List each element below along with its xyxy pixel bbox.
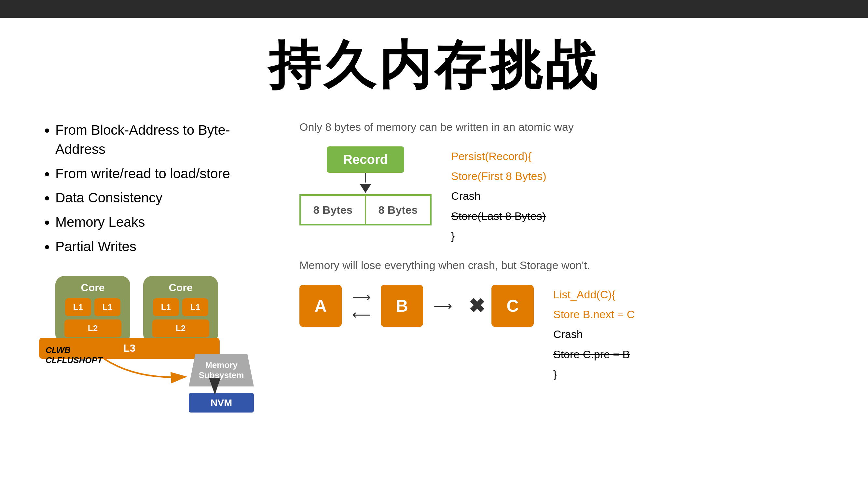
- right-panel: Only 8 bytes of memory can be written in…: [267, 121, 829, 413]
- top-bar: [0, 0, 868, 18]
- bullet-4: Memory Leaks: [55, 213, 267, 232]
- arrow-right-bc: ⟶: [434, 298, 452, 313]
- code1-line4: Store(Last 8 Bytes): [451, 206, 547, 226]
- record-code: Persist(Record){ Store(First 8 Bytes) Cr…: [451, 147, 547, 246]
- list-code: List_Add(C){ Store B.next = C Crash Stor…: [553, 285, 634, 384]
- arrows-bc: ⟶: [423, 298, 462, 313]
- nvm-box: NVM: [189, 393, 254, 413]
- bullet-3: Data Consistency: [55, 188, 267, 207]
- l2-cache-1: L2: [64, 320, 121, 337]
- arrow-left-ab: ⟵: [352, 307, 371, 322]
- core1-label: Core: [81, 282, 105, 294]
- record-box: Record: [327, 147, 404, 173]
- list-diagram: A ⟶ ⟵ B ⟶ ✖ C List_Add(C){ Store B.next …: [300, 285, 829, 384]
- clwb-label: CLWB CLFLUSHOPT: [45, 345, 102, 365]
- page-title: 持久内存挑战: [0, 31, 868, 101]
- bytes-left: 8 Bytes: [301, 195, 366, 225]
- cross-mark: ✖: [469, 294, 485, 317]
- arch-diagram: Core L1 L1 L2 Core L1 L1 L2 L3 CLWB: [39, 276, 254, 413]
- atomic-note: Only 8 bytes of memory can be written in…: [300, 121, 829, 133]
- node-a: A: [300, 285, 342, 327]
- core-box-2: Core L1 L1 L2: [143, 276, 218, 343]
- l1-cache-2a: L1: [153, 298, 179, 316]
- bytes-right: 8 Bytes: [366, 195, 431, 225]
- code1-line5: }: [451, 226, 547, 246]
- code2-line5: }: [553, 364, 634, 384]
- arrow-right-ab: ⟶: [352, 290, 371, 304]
- code2-line2: Store B.next = C: [553, 304, 634, 324]
- l1-cache-2b: L1: [182, 298, 208, 316]
- memory-subsystem-label: Memory Subsystem: [189, 360, 254, 380]
- bullet-list: From Block-Address to Byte-Address From …: [39, 121, 267, 256]
- node-c: C: [491, 285, 534, 327]
- code1-line3: Crash: [451, 186, 547, 206]
- l1-cache-1b: L1: [94, 298, 120, 316]
- bullet-1: From Block-Address to Byte-Address: [55, 121, 267, 159]
- bullet-2: From write/read to load/store: [55, 164, 267, 184]
- code1-line2: Store(First 8 Bytes): [451, 166, 547, 186]
- bullet-5: Partial Writes: [55, 237, 267, 256]
- code2-line3: Crash: [553, 324, 634, 344]
- title-area: 持久内存挑战: [0, 18, 868, 111]
- crash-note: Memory will lose everything when crash, …: [300, 259, 829, 272]
- list-visual: A ⟶ ⟵ B ⟶ ✖ C: [300, 285, 534, 327]
- core2-label: Core: [169, 282, 193, 294]
- record-diagram: Record 8 Bytes 8 Bytes Persist(Record){ …: [300, 147, 829, 246]
- left-panel: From Block-Address to Byte-Address From …: [39, 121, 267, 413]
- bytes-row: 8 Bytes 8 Bytes: [300, 194, 432, 225]
- code1-line1: Persist(Record){: [451, 147, 547, 166]
- l2-cache-2: L2: [152, 320, 209, 337]
- code2-line1: List_Add(C){: [553, 285, 634, 304]
- l1-cache-1a: L1: [65, 298, 91, 316]
- code2-line4: Store C.pre = B: [553, 345, 634, 364]
- node-b: B: [381, 285, 423, 327]
- record-visual: Record 8 Bytes 8 Bytes: [300, 147, 432, 225]
- arrows-ab: ⟶ ⟵: [342, 290, 381, 322]
- memory-subsystem: Memory Subsystem: [189, 354, 254, 387]
- record-arrow: [360, 173, 371, 194]
- core-box-1: Core L1 L1 L2: [55, 276, 130, 343]
